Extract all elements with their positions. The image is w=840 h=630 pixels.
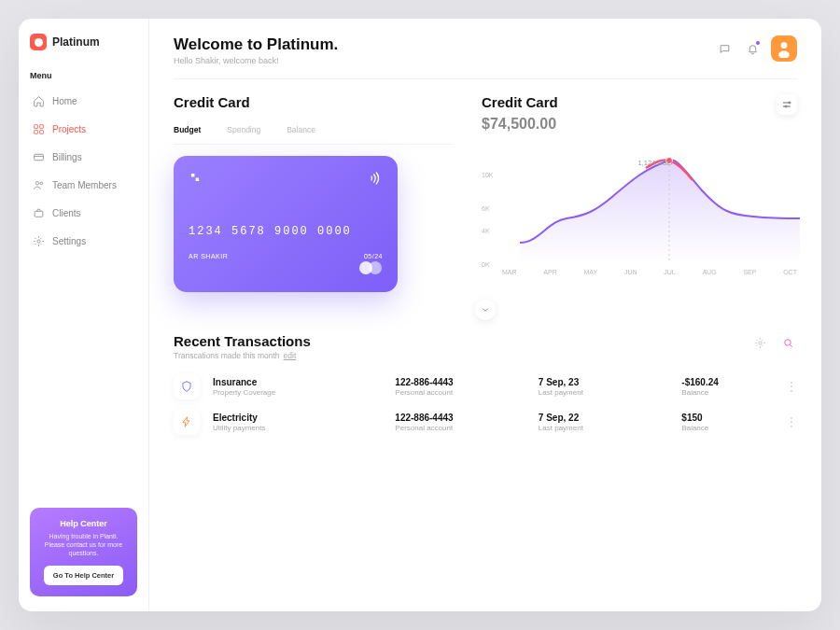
help-button[interactable]: Go To Help Center (44, 566, 123, 585)
messages-button[interactable] (715, 39, 734, 58)
help-text: Having trouble in Planti. Please contact… (39, 532, 128, 557)
card-icon (32, 150, 45, 163)
row-menu-button[interactable]: ⋮ (786, 381, 797, 392)
card-number: 1234 5678 9000 0000 (189, 225, 383, 238)
logo[interactable]: Platinum (30, 34, 137, 50)
svg-point-10 (778, 51, 790, 59)
sliders-button[interactable] (777, 94, 797, 115)
menu-label: Menu (30, 71, 137, 80)
header-actions (715, 35, 797, 62)
svg-point-8 (36, 239, 39, 242)
transactions-subtitle: Transcations made this monthedit (174, 351, 311, 360)
svg-point-12 (369, 261, 382, 274)
shield-icon (174, 373, 200, 399)
help-title: Help Center (39, 519, 128, 528)
expand-button[interactable] (475, 300, 496, 320)
app-window: Platinum Menu Home Projects Billings Tea… (19, 19, 821, 611)
mastercard-icon (358, 260, 383, 279)
transaction-row[interactable]: InsuranceProperty Coverage 122-886-4443P… (174, 373, 797, 399)
home-icon (32, 94, 45, 107)
svg-point-6 (39, 181, 42, 184)
chart-panel: Credit Card $74,500.00 1,124 USD 10K 6K … (482, 94, 797, 292)
svg-point-18 (784, 339, 791, 345)
sidebar-nav: Home Projects Billings Team Members Clie… (30, 90, 137, 252)
transaction-row[interactable]: ElectricityUtility payments 122-886-4443… (174, 409, 797, 435)
edit-link[interactable]: edit (284, 351, 297, 360)
svg-rect-2 (34, 130, 37, 133)
x-tick: AUG (702, 269, 716, 275)
tab-spending[interactable]: Spending (227, 125, 260, 134)
sidebar-item-label: Settings (52, 236, 86, 246)
spending-chart: 1,124 USD 10K 6K 4K 0K MAR (482, 151, 797, 282)
sidebar-item-settings[interactable]: Settings (30, 230, 137, 252)
notification-dot-icon (756, 41, 760, 45)
svg-point-13 (789, 102, 791, 104)
page-header: Welcome to Platinum. Hello Shakir, welco… (174, 35, 797, 79)
sidebar-item-clients[interactable]: Clients (30, 202, 137, 224)
grid-icon (32, 122, 45, 135)
sidebar-item-home[interactable]: Home (30, 90, 137, 112)
help-center-card: Help Center Having trouble in Planti. Pl… (30, 508, 137, 596)
card-expiry: 05/24 (364, 253, 383, 259)
sidebar-item-team[interactable]: Team Members (30, 174, 137, 196)
svg-point-14 (785, 105, 787, 107)
logo-icon (30, 34, 47, 50)
x-axis: MAR APR MAY JUN JUL AUG SEP OCT (482, 269, 797, 275)
chart-title: Credit Card (482, 94, 797, 110)
users-icon (32, 178, 45, 191)
sidebar-item-label: Billings (52, 152, 82, 162)
gear-icon (32, 234, 45, 247)
y-tick: 10K (482, 172, 493, 178)
x-tick: JUL (664, 269, 675, 275)
x-tick: JUN (624, 269, 637, 275)
search-button[interactable] (778, 333, 797, 352)
chart-tooltip: 1,124 USD (638, 159, 673, 167)
transactions-title: Recent Transactions (174, 333, 311, 349)
x-tick: SEP (743, 269, 756, 275)
sidebar-item-label: Home (52, 96, 77, 106)
logo-text: Platinum (52, 35, 100, 49)
svg-point-17 (758, 341, 761, 343)
sidebar-item-label: Team Members (52, 180, 117, 190)
tab-budget[interactable]: Budget (174, 125, 201, 134)
bolt-icon (174, 409, 200, 435)
panel-title: Credit Card (174, 94, 454, 110)
sidebar-item-projects[interactable]: Projects (30, 118, 137, 140)
balance-value: $74,500.00 (482, 116, 797, 133)
y-tick: 4K (482, 228, 490, 234)
x-tick: MAR (502, 269, 517, 275)
svg-rect-0 (34, 124, 37, 128)
svg-rect-1 (39, 124, 43, 128)
contactless-icon (368, 171, 383, 189)
svg-point-5 (35, 181, 38, 184)
svg-rect-4 (34, 154, 43, 161)
tab-balance[interactable]: Balance (287, 125, 315, 134)
briefcase-icon (32, 206, 45, 219)
page-title: Welcome to Platinum. (174, 35, 338, 54)
y-tick: 6K (482, 205, 490, 212)
main-content: Welcome to Platinum. Hello Shakir, welco… (149, 19, 821, 611)
y-tick: 0K (482, 261, 490, 268)
credit-card-visual: 1234 5678 9000 0000 AR SHAKIR 05/24 (174, 156, 398, 292)
page-subtitle: Hello Shakir, welcome back! (174, 56, 338, 65)
settings-button[interactable] (750, 333, 769, 352)
credit-card-panel: Credit Card Budget Spending Balance 1234… (174, 94, 454, 292)
card-tabs: Budget Spending Balance (174, 125, 454, 145)
x-tick: APR (543, 269, 556, 275)
sidebar-item-billings[interactable]: Billings (30, 146, 137, 168)
sidebar-item-label: Projects (52, 124, 86, 134)
svg-point-9 (781, 42, 788, 49)
notifications-button[interactable] (743, 39, 762, 58)
card-holder: AR SHAKIR (189, 253, 228, 259)
transactions-list: InsuranceProperty Coverage 122-886-4443P… (174, 373, 797, 435)
sidebar: Platinum Menu Home Projects Billings Tea… (19, 19, 149, 611)
sidebar-item-label: Clients (52, 208, 81, 218)
row-menu-button[interactable]: ⋮ (786, 416, 797, 427)
chip-icon (189, 171, 202, 184)
avatar[interactable] (771, 35, 797, 62)
x-tick: MAY (583, 269, 597, 275)
svg-rect-3 (39, 130, 43, 133)
x-tick: OCT (783, 269, 797, 275)
chart-svg (502, 151, 818, 263)
svg-rect-7 (35, 211, 43, 217)
